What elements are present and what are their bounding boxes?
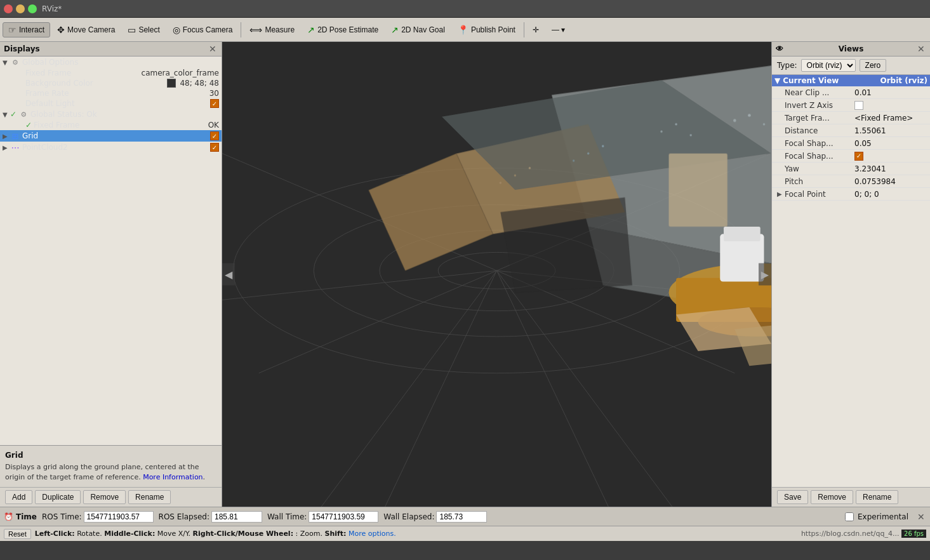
- window-controls: [4, 4, 37, 13]
- global-status-item[interactable]: ▼ ✓ ⚙ Global Status: Ok: [0, 109, 222, 120]
- duplicate-display-button[interactable]: Duplicate: [35, 490, 81, 504]
- experimental-checkbox[interactable]: [845, 512, 854, 521]
- distance-row[interactable]: Distance 1.55061: [772, 124, 930, 137]
- viewport-left-arrow[interactable]: ◀: [222, 263, 235, 286]
- yaw-label: Yaw: [785, 164, 854, 173]
- focal-shape-checkbox[interactable]: ✓: [854, 152, 863, 161]
- rename-view-button[interactable]: Rename: [856, 490, 898, 504]
- viewport[interactable]: ◀ ▶: [222, 42, 771, 507]
- ros-elapsed-input[interactable]: [211, 511, 262, 523]
- interact-button[interactable]: ☞ Interact: [3, 22, 50, 37]
- displays-close-button[interactable]: ✕: [208, 44, 218, 54]
- close-button[interactable]: [4, 4, 13, 13]
- invert-z-row[interactable]: Invert Z Axis: [772, 99, 930, 112]
- grid-arrow: ▶: [3, 133, 10, 140]
- reset-button[interactable]: Reset: [4, 529, 31, 539]
- invert-z-checkbox[interactable]: [854, 101, 863, 110]
- pointcloud2-item[interactable]: ▶ ⋯ PointCloud2 ✓: [0, 142, 222, 153]
- yaw-row[interactable]: Yaw 3.23041: [772, 163, 930, 175]
- global-options-arrow: ▼: [3, 59, 10, 66]
- target-frame-row[interactable]: Target Fra... <Fixed Frame>: [772, 112, 930, 124]
- svg-point-39: [733, 119, 736, 122]
- viewport-right-arrow[interactable]: ▶: [759, 263, 771, 286]
- views-title: Views: [839, 44, 864, 53]
- pointcloud2-label: PointCloud2: [22, 143, 210, 152]
- publish-point-button[interactable]: 📍 Publish Point: [452, 22, 521, 37]
- svg-point-34: [602, 145, 604, 147]
- views-content: ▼ Current View Orbit (rviz) Near Clip ..…: [772, 75, 930, 281]
- current-view-label: Current View: [783, 76, 839, 85]
- measure-button[interactable]: ⟺ Measure: [244, 22, 300, 37]
- views-type-select[interactable]: Orbit (rviz): [801, 59, 856, 72]
- select-button[interactable]: ▭ Select: [122, 22, 165, 37]
- focal-shape-size-row[interactable]: Focal Shap... 0.05: [772, 137, 930, 150]
- ros-time-label: ROS Time:: [42, 512, 82, 521]
- grid-checkbox[interactable]: ✓: [210, 131, 219, 140]
- more-options-text: More options.: [349, 530, 396, 538]
- save-view-button[interactable]: Save: [777, 490, 808, 504]
- fixed-frame-value: camera_color_frame: [142, 69, 219, 77]
- background-color-label: Background Color: [25, 79, 167, 88]
- interact-label: Interact: [19, 25, 44, 34]
- distance-value: 1.55061: [854, 126, 925, 135]
- wall-elapsed-input[interactable]: [436, 511, 487, 523]
- views-type-label: Type:: [777, 61, 797, 70]
- default-light-item[interactable]: Default Light ✓: [0, 98, 222, 109]
- remove-display-button[interactable]: Remove: [83, 490, 126, 504]
- move-camera-label: Move Camera: [67, 25, 115, 34]
- current-view-type: Orbit (rviz): [880, 76, 927, 85]
- focal-shape-enabled-row[interactable]: Focal Shap... ✓: [772, 150, 930, 163]
- timebar-title: ⏰ Time: [4, 512, 37, 521]
- more-toolbar-button[interactable]: — ▾: [546, 23, 571, 37]
- svg-marker-21: [500, 197, 632, 293]
- background-color-item[interactable]: Background Color 48; 48; 48: [0, 78, 222, 88]
- frame-rate-item[interactable]: Frame Rate 30: [0, 88, 222, 98]
- svg-rect-20: [669, 154, 727, 227]
- fixed-frame-status-icon: ✓: [25, 121, 32, 130]
- current-view-header[interactable]: ▼ Current View Orbit (rviz): [772, 75, 930, 86]
- svg-point-42: [514, 175, 516, 177]
- focal-point-row[interactable]: ▶ Focal Point 0; 0; 0: [772, 188, 930, 201]
- current-view-arrow: ▼: [774, 76, 780, 85]
- grid-item[interactable]: ▶ ⊞ Grid ✓: [0, 130, 222, 142]
- pose-estimate-button[interactable]: ↗ 2D Pose Estimate: [302, 22, 384, 37]
- add-display-button[interactable]: Add: [5, 490, 32, 504]
- move-camera-button[interactable]: ✥ Move Camera: [51, 22, 121, 37]
- minimize-button[interactable]: [16, 4, 25, 13]
- focus-camera-button[interactable]: ◎ Focus Camera: [167, 22, 239, 37]
- fixed-frame-status-item[interactable]: ✓ Fixed Frame OK: [0, 120, 222, 130]
- more-toolbar-icon: — ▾: [552, 25, 565, 34]
- pitch-row[interactable]: Pitch 0.0753984: [772, 175, 930, 188]
- more-information-link[interactable]: More Information: [143, 473, 203, 481]
- global-options-item[interactable]: ▼ ⚙ Global Options: [0, 57, 222, 68]
- svg-point-41: [763, 123, 765, 125]
- near-clip-label: Near Clip ...: [785, 88, 854, 97]
- views-zero-button[interactable]: Zero: [860, 59, 887, 72]
- wall-elapsed-group: Wall Elapsed:: [383, 511, 487, 523]
- fixed-frame-label: Fixed Frame: [25, 69, 139, 77]
- frame-rate-value: 30: [209, 89, 219, 98]
- fixed-frame-item[interactable]: Fixed Frame camera_color_frame: [0, 68, 222, 78]
- displays-content[interactable]: ▼ ⚙ Global Options Fixed Frame camera_co…: [0, 57, 222, 445]
- pointcloud2-checkbox[interactable]: ✓: [210, 143, 219, 152]
- select-label: Select: [138, 25, 159, 34]
- ros-time-input[interactable]: [84, 511, 154, 523]
- ros-elapsed-label: ROS Elapsed:: [159, 512, 209, 521]
- maximize-button[interactable]: [28, 4, 37, 13]
- experimental-label: Experimental: [858, 512, 908, 521]
- remove-view-button[interactable]: Remove: [811, 490, 853, 504]
- default-light-checkbox[interactable]: ✓: [210, 99, 219, 108]
- timebar-close-button[interactable]: ✕: [916, 512, 926, 522]
- nav-goal-button[interactable]: ↗ 2D Nav Goal: [385, 22, 451, 37]
- rename-display-button[interactable]: Rename: [128, 490, 171, 504]
- add-toolbar-button[interactable]: ✛: [527, 23, 545, 37]
- toolbar-divider-2: [524, 22, 524, 37]
- near-clip-row[interactable]: Near Clip ... 0.01: [772, 86, 930, 99]
- displays-buttons: Add Duplicate Remove Rename: [0, 487, 222, 507]
- timebar: ⏰ Time ROS Time: ROS Elapsed: Wall Time:…: [0, 507, 930, 526]
- global-status-arrow: ▼: [3, 111, 10, 118]
- wall-time-input[interactable]: [309, 511, 378, 523]
- pointcloud2-icon: ⋯: [10, 142, 20, 152]
- toolbar-divider-1: [241, 22, 241, 37]
- views-close-button[interactable]: ✕: [916, 44, 926, 54]
